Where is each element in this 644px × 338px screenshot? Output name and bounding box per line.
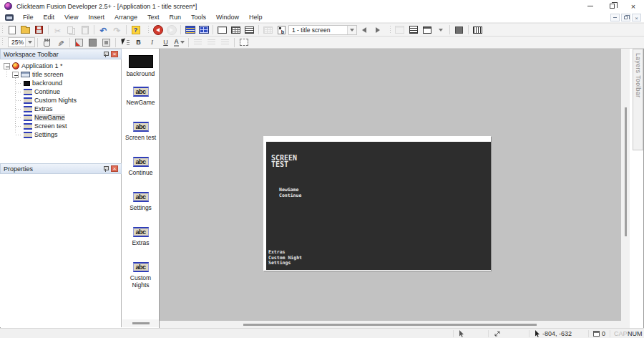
new-button[interactable] [5, 24, 19, 36]
undo-button[interactable] [97, 24, 110, 36]
menu-insert[interactable]: Insert [83, 14, 109, 21]
underline-button[interactable]: U [159, 37, 172, 49]
canvas-vertical-scrollbar[interactable] [621, 49, 630, 321]
toolbar-grip[interactable] [2, 26, 3, 34]
mdi-restore-button[interactable] [621, 14, 630, 21]
scrollbar-thumb[interactable] [243, 324, 537, 326]
tree-item-backround[interactable]: backround [0, 79, 121, 87]
tree-item-settings[interactable]: Settings [0, 130, 121, 139]
event-editor-button[interactable] [229, 24, 243, 36]
mdi-minimize-button[interactable] [610, 14, 620, 21]
object-item-screen-test[interactable]: abc Screen test [122, 116, 159, 151]
edit-tool-button[interactable] [54, 37, 67, 49]
frame-editor-button[interactable] [197, 24, 210, 36]
menu-arrange[interactable]: Arrange [109, 14, 142, 21]
frame-editor-canvas[interactable]: SCREENTEST NewGameContinue ExtrasCustom … [160, 49, 621, 321]
mdi-close-button[interactable] [632, 14, 641, 21]
event-list-editor-button[interactable] [243, 24, 256, 36]
fullscreen-button[interactable] [452, 24, 466, 36]
open-button[interactable] [19, 24, 32, 36]
bottom-menu-text[interactable]: ExtrasCustom NightSettings [268, 250, 302, 266]
frame-view-button[interactable] [215, 24, 229, 36]
help-button[interactable] [129, 24, 142, 36]
storyboard-editor-button[interactable] [183, 24, 197, 36]
properties-close-button[interactable] [111, 165, 118, 172]
object-item-settings[interactable]: abc Settings [122, 186, 159, 221]
tree-item-application[interactable]: Application 1 * [0, 62, 121, 70]
object-item-continue[interactable]: abc Continue [122, 151, 159, 186]
pin-icon[interactable] [103, 51, 109, 57]
data-elements-button[interactable] [471, 24, 484, 36]
tree-item-screen-test[interactable]: Screen test [0, 122, 121, 130]
object-item-backround[interactable]: backround [122, 49, 159, 81]
tree-item-frame[interactable]: title screen [0, 70, 121, 79]
screen-test-title-text[interactable]: SCREENTEST [271, 155, 297, 168]
tree-item-newgame[interactable]: NewGame [0, 113, 121, 122]
menu-file[interactable]: File [18, 14, 39, 21]
workspace-panel-header[interactable]: Workspace Toolbar [0, 49, 122, 59]
align-right-button[interactable] [218, 37, 232, 49]
selection-zoom-button[interactable] [237, 37, 250, 49]
window-properties-button[interactable] [393, 24, 406, 36]
text-tool-button[interactable] [118, 37, 132, 49]
scrollbar-thumb[interactable] [132, 322, 150, 324]
mdi-document-icon[interactable] [5, 14, 14, 21]
canvas-horizontal-scrollbar[interactable] [160, 321, 621, 328]
object-item-extras[interactable]: abc Extras [122, 221, 159, 256]
frame-list-button[interactable] [406, 24, 420, 36]
copy-button[interactable] [64, 24, 78, 36]
object-item-custom-nights[interactable]: abc Custom Nights [122, 256, 159, 291]
menu-view[interactable]: View [59, 14, 83, 21]
scrollbar-thumb[interactable] [625, 107, 627, 236]
bold-button[interactable]: B [132, 37, 145, 49]
menu-text[interactable]: Text [142, 14, 165, 21]
save-button[interactable] [32, 24, 46, 36]
pan-tool-button[interactable] [40, 37, 54, 49]
frame-area[interactable]: SCREENTEST NewGameContinue ExtrasCustom … [263, 136, 491, 271]
snap-grid-button[interactable] [99, 37, 113, 49]
next-frame-button[interactable] [371, 24, 384, 36]
layers-toolbar-tab[interactable]: Layers Toolbar [633, 49, 643, 150]
collapse-icon[interactable] [12, 72, 19, 78]
zoom-selector[interactable]: 25% [8, 37, 35, 47]
frame-selector-dropdown[interactable] [347, 26, 356, 34]
zoom-selector-dropdown[interactable] [25, 38, 34, 47]
cut-button[interactable] [51, 24, 64, 36]
align-left-button[interactable] [191, 37, 205, 49]
tree-item-custom-nights[interactable]: Custom Nights [0, 96, 121, 105]
menu-tools[interactable]: Tools [186, 14, 211, 21]
tree-item-extras[interactable]: Extras [0, 105, 121, 113]
menu-run[interactable]: Run [164, 14, 186, 21]
pin-icon[interactable] [103, 165, 109, 172]
window-view-button[interactable] [420, 24, 434, 36]
workspace-close-button[interactable] [111, 51, 118, 57]
layout-grid-button[interactable] [261, 24, 275, 36]
forward-button[interactable] [165, 24, 178, 36]
object-item-newgame[interactable]: abc NewGame [122, 81, 159, 116]
menu-edit[interactable]: Edit [39, 14, 60, 21]
font-color-button[interactable]: A [172, 37, 186, 49]
paste-button[interactable] [78, 24, 92, 36]
toolbar-grip[interactable] [390, 26, 391, 34]
objects-list-scrollbar[interactable] [122, 319, 159, 327]
show-grid-button[interactable] [86, 37, 99, 49]
close-button[interactable] [623, 0, 644, 12]
backround-object[interactable]: SCREENTEST NewGameContinue ExtrasCustom … [266, 142, 491, 270]
properties-panel-header[interactable]: Properties [0, 163, 122, 174]
toolbar-grip[interactable] [148, 26, 149, 34]
italic-button[interactable]: I [145, 37, 159, 49]
menu-help[interactable]: Help [244, 14, 268, 21]
insert-object-button[interactable] [275, 24, 288, 36]
frame-selector[interactable]: 1 - title screen [288, 25, 357, 35]
menu-window[interactable]: Window [211, 14, 244, 21]
redo-button[interactable] [110, 24, 124, 36]
restore-button[interactable] [601, 0, 623, 12]
previous-frame-button[interactable] [357, 24, 371, 36]
collapse-icon[interactable] [4, 63, 10, 69]
main-menu-text[interactable]: NewGameContinue [279, 188, 301, 198]
back-button[interactable] [151, 24, 165, 36]
window-view-dropdown[interactable] [434, 24, 447, 36]
grid-setup-button[interactable] [72, 37, 86, 49]
minimize-button[interactable] [580, 0, 601, 12]
tree-item-continue[interactable]: Continue [0, 87, 121, 96]
